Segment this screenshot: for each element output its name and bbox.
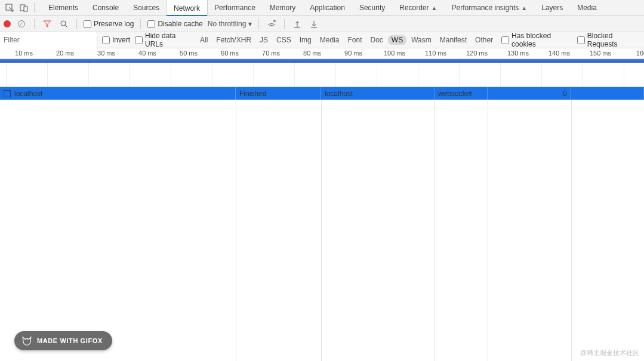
tab-recorder[interactable]: Recorder▲ [392, 0, 444, 16]
filter-toggle-icon[interactable] [41, 18, 53, 30]
tab-performance-insights[interactable]: Performance insights▲ [445, 0, 535, 16]
tick: 20 ms [56, 50, 74, 57]
separator [34, 3, 35, 13]
requests-table-body: localhostFinishedlocalhostwebsocket0 [0, 87, 644, 361]
separator [76, 19, 77, 29]
hide-data-urls-label: Hide data URLs [145, 32, 192, 48]
overview-strip[interactable] [0, 59, 644, 87]
timeline-ruler[interactable]: 10 ms20 ms30 ms40 ms50 ms60 ms70 ms80 ms… [0, 48, 644, 59]
throttling-select[interactable]: No throttling ▾ [208, 20, 252, 28]
tick: 140 ms [549, 50, 570, 57]
disable-cache-checkbox[interactable]: Disable cache [147, 20, 202, 28]
tab-elements[interactable]: Elements [41, 0, 85, 16]
network-conditions-icon[interactable] [266, 18, 278, 30]
separator [34, 19, 35, 29]
invert-label: Invert [112, 36, 130, 44]
has-blocked-cookies-checkbox[interactable]: Has blocked cookies [501, 32, 572, 48]
table-row[interactable]: localhostFinishedlocalhostwebsocket0 [0, 87, 644, 100]
overview-bar [0, 59, 644, 63]
svg-line-6 [65, 25, 67, 27]
tick: 70 ms [262, 50, 280, 57]
blocked-requests-input[interactable] [577, 36, 585, 44]
tab-layers[interactable]: Layers [534, 0, 570, 16]
tab-media[interactable]: Media [570, 0, 604, 16]
type-filter-media[interactable]: Media [316, 35, 343, 45]
tab-network[interactable]: Network [167, 0, 207, 16]
upload-har-icon[interactable] [291, 18, 303, 30]
tick: 150 ms [590, 50, 611, 57]
tick: 50 ms [180, 50, 198, 57]
clear-icon[interactable] [16, 18, 27, 30]
device-toggle-icon[interactable] [18, 2, 30, 14]
preserve-log-input[interactable] [84, 20, 91, 28]
inspect-icon[interactable] [4, 2, 16, 14]
blocked-requests-label: Blocked Requests [587, 32, 640, 48]
cell-status: Finished [239, 90, 266, 98]
tick: 110 ms [425, 50, 446, 57]
type-filter-wasm[interactable]: Wasm [408, 35, 435, 45]
svg-line-4 [19, 21, 24, 26]
preserve-log-checkbox[interactable]: Preserve log [84, 20, 134, 28]
type-filter-doc[interactable]: Doc [366, 35, 386, 45]
tab-application[interactable]: Application [303, 0, 352, 16]
tick: 100 ms [384, 50, 405, 57]
filter-bar: Invert Hide data URLs AllFetch/XHRJSCSSI… [0, 32, 644, 48]
gifox-label: MADE WITH GIFOX [37, 337, 103, 344]
tab-sources[interactable]: Sources [126, 0, 167, 16]
invert-checkbox[interactable]: Invert [102, 36, 130, 44]
blocked-requests-checkbox[interactable]: Blocked Requests [577, 32, 640, 48]
search-icon[interactable] [58, 18, 70, 30]
tab-memory[interactable]: Memory [263, 0, 303, 16]
separator [284, 19, 285, 29]
disable-cache-label: Disable cache [158, 20, 202, 28]
download-har-icon[interactable] [308, 18, 320, 30]
separator [140, 19, 141, 29]
cell-domain: localhost [325, 90, 353, 98]
hide-data-urls-checkbox[interactable]: Hide data URLs [135, 32, 192, 48]
tick: 30 ms [97, 50, 115, 57]
fox-icon [21, 335, 32, 346]
tick: 160 [636, 50, 644, 57]
preserve-log-label: Preserve log [94, 20, 134, 28]
tick: 80 ms [303, 50, 321, 57]
svg-point-5 [61, 21, 66, 26]
resource-type-filters: AllFetch/XHRJSCSSImgMediaFontDocWSWasmMa… [196, 35, 497, 45]
record-button[interactable] [4, 20, 11, 27]
tick: 120 ms [466, 50, 488, 57]
type-filter-js[interactable]: JS [256, 35, 272, 45]
disable-cache-input[interactable] [147, 20, 155, 28]
flask-icon: ▲ [521, 5, 527, 11]
type-filter-css[interactable]: CSS [273, 35, 295, 45]
tab-console[interactable]: Console [85, 0, 126, 16]
chevron-down-icon: ▾ [248, 20, 252, 28]
tick: 90 ms [344, 50, 362, 57]
type-filter-font[interactable]: Font [344, 35, 365, 45]
gifox-badge: MADE WITH GIFOX [14, 331, 112, 350]
throttling-value: No throttling [208, 20, 246, 28]
has-blocked-input[interactable] [501, 36, 509, 44]
cell-cookies: 0 [563, 90, 567, 98]
type-filter-manifest[interactable]: Manifest [436, 35, 470, 45]
type-filter-ws[interactable]: WS [388, 35, 406, 45]
type-filter-fetch-xhr[interactable]: Fetch/XHR [212, 35, 255, 45]
watermark: @稀土掘金技术社区 [580, 348, 639, 357]
tick: 130 ms [507, 50, 529, 57]
type-filter-all[interactable]: All [196, 35, 211, 45]
type-filter-img[interactable]: Img [296, 35, 315, 45]
tab-performance[interactable]: Performance [207, 0, 263, 16]
invert-input[interactable] [102, 36, 110, 44]
file-icon [4, 90, 11, 97]
cell-name: localhost [14, 90, 42, 98]
type-filter-other[interactable]: Other [472, 35, 497, 45]
table-grid-lines [0, 100, 644, 361]
tab-security[interactable]: Security [352, 0, 392, 16]
devtools-topbar: ElementsConsoleSourcesNetworkPerformance… [0, 0, 644, 16]
separator [258, 19, 259, 29]
tick: 40 ms [138, 50, 156, 57]
tick: 60 ms [221, 50, 239, 57]
hide-data-urls-input[interactable] [135, 36, 143, 44]
network-toolbar: Preserve log Disable cache No throttling… [0, 16, 644, 32]
svg-rect-2 [24, 7, 27, 11]
tick: 10 ms [15, 50, 33, 57]
filter-input[interactable] [0, 32, 97, 48]
